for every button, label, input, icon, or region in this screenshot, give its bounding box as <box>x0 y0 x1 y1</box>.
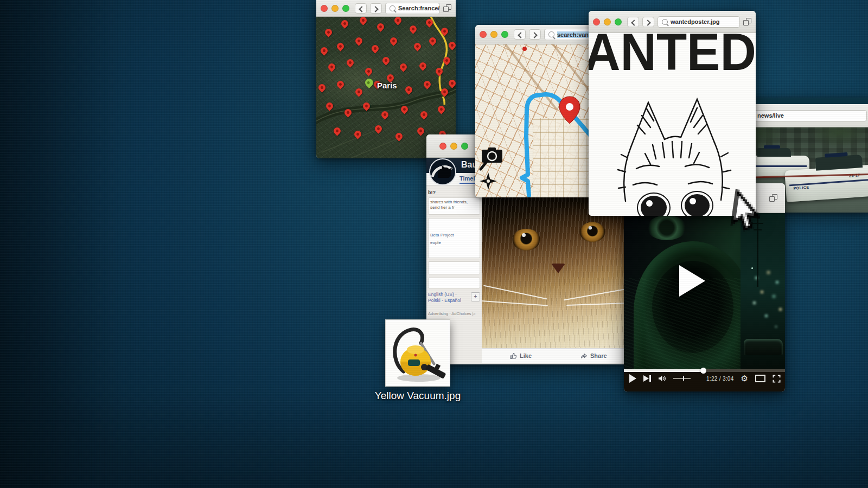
poster-titlebar[interactable]: wantedposter.jpg <box>589 11 756 33</box>
forward-button[interactable] <box>642 17 654 27</box>
map-pin[interactable] <box>427 36 437 46</box>
minimize-button[interactable] <box>450 143 457 150</box>
map-pin[interactable] <box>319 46 329 55</box>
progress-bar[interactable] <box>624 369 785 372</box>
share-arrow-icon <box>580 352 588 359</box>
close-button[interactable] <box>439 143 446 150</box>
profile-avatar[interactable] <box>429 158 456 185</box>
cat-fur-texture <box>482 195 628 348</box>
map-pin[interactable] <box>434 66 444 76</box>
map-pin[interactable] <box>340 18 349 28</box>
map-pin[interactable] <box>370 43 380 53</box>
map-pin[interactable] <box>327 62 336 72</box>
theater-mode-icon[interactable] <box>755 375 765 382</box>
like-button[interactable]: Like <box>510 352 532 359</box>
map-pin[interactable] <box>442 55 451 65</box>
map-pin[interactable] <box>375 22 385 31</box>
map-pin[interactable] <box>323 27 333 37</box>
map-pin[interactable] <box>412 41 422 51</box>
map-pin[interactable] <box>388 36 398 46</box>
back-button[interactable] <box>627 17 639 27</box>
zoom-button[interactable] <box>615 18 622 25</box>
map-pin[interactable] <box>422 79 432 89</box>
footer-links[interactable]: Advertising · AdChoices ▷ <box>428 311 480 316</box>
progress-knob[interactable] <box>700 368 706 374</box>
map-pin[interactable] <box>418 61 427 70</box>
sidebar-link-people[interactable]: eople <box>430 240 478 245</box>
map-pin[interactable] <box>394 131 404 141</box>
minimize-button[interactable] <box>490 31 497 38</box>
map-pin[interactable] <box>358 17 368 25</box>
map-pin[interactable] <box>399 104 409 114</box>
map-pin[interactable] <box>335 41 345 51</box>
tabs-icon[interactable] <box>769 194 777 202</box>
search-bar[interactable]: Search:france/paris <box>385 3 440 14</box>
play-button[interactable] <box>629 374 636 383</box>
map-pin[interactable] <box>424 17 434 27</box>
sidebar-link-beta-project[interactable]: Beta Project <box>430 233 478 237</box>
close-button[interactable] <box>321 5 328 12</box>
news-address-bar[interactable]: news/live <box>743 110 867 121</box>
minimize-button[interactable] <box>331 5 339 12</box>
play-overlay-button[interactable] <box>679 265 705 297</box>
map-pin[interactable] <box>380 110 390 119</box>
vacuum-thumbnail[interactable] <box>386 320 450 386</box>
map-pin[interactable] <box>361 101 371 111</box>
zoom-button[interactable] <box>501 31 508 38</box>
map-pin[interactable] <box>436 104 446 114</box>
zoom-button[interactable] <box>461 143 468 150</box>
search-icon <box>548 31 554 37</box>
paris-titlebar[interactable]: Search:france/paris <box>316 0 456 17</box>
search-value: wantedposter.jpg <box>671 18 719 25</box>
map-pin[interactable] <box>373 124 383 133</box>
map-pin[interactable] <box>354 87 363 97</box>
share-button[interactable]: Share <box>580 352 607 359</box>
add-language-button[interactable]: + <box>471 292 480 301</box>
desktop-file-icon[interactable]: Yellow Vacuum.jpg <box>385 320 450 401</box>
map-pin[interactable] <box>332 126 342 136</box>
map-pin[interactable] <box>447 40 456 50</box>
streetview-camera-icon <box>481 147 502 169</box>
map-pin[interactable] <box>419 110 429 119</box>
volume-icon[interactable] <box>658 375 666 382</box>
forward-button[interactable] <box>529 29 541 40</box>
language-links[interactable]: English (US) · Polski · Español <box>428 292 461 303</box>
map-pin[interactable] <box>363 66 373 76</box>
map-pin[interactable] <box>447 78 456 88</box>
map-pin[interactable] <box>345 57 355 67</box>
search-icon <box>662 19 668 25</box>
volume-slider[interactable] <box>673 378 691 379</box>
tabs-icon[interactable] <box>743 18 751 25</box>
map-pin[interactable] <box>404 85 413 94</box>
map-pin[interactable] <box>439 26 449 36</box>
back-button[interactable] <box>514 29 526 40</box>
video-frame[interactable] <box>624 213 785 369</box>
minimize-button[interactable] <box>604 18 611 25</box>
close-button[interactable] <box>593 18 600 25</box>
map-pin[interactable] <box>335 79 345 89</box>
close-button[interactable] <box>480 31 487 38</box>
map-pin[interactable] <box>317 82 327 92</box>
map-pin[interactable] <box>416 126 425 136</box>
map-pin[interactable] <box>398 62 408 72</box>
paris-label: Paris <box>377 81 397 90</box>
wanted-poster-image: ANTED <box>589 33 756 216</box>
fullscreen-icon[interactable] <box>773 375 781 383</box>
news-toolbar[interactable]: news/live <box>738 104 868 127</box>
map-pin[interactable] <box>354 36 363 46</box>
map-pin[interactable] <box>408 24 418 34</box>
next-button[interactable] <box>643 375 651 382</box>
map-pin[interactable] <box>343 107 353 117</box>
tabs-icon[interactable] <box>443 4 451 12</box>
map-pin[interactable] <box>439 87 449 97</box>
zoom-button[interactable] <box>342 5 349 12</box>
back-button[interactable] <box>355 3 367 14</box>
map-pin[interactable] <box>381 55 391 65</box>
map-pin[interactable] <box>353 129 362 139</box>
settings-gear-icon[interactable]: ⚙ <box>741 375 748 383</box>
search-bar[interactable]: wantedposter.jpg <box>658 16 740 28</box>
map-pin[interactable] <box>393 17 403 25</box>
forward-button[interactable] <box>370 3 382 14</box>
map-pin[interactable] <box>324 101 334 111</box>
composite-cat-eye <box>647 215 687 240</box>
